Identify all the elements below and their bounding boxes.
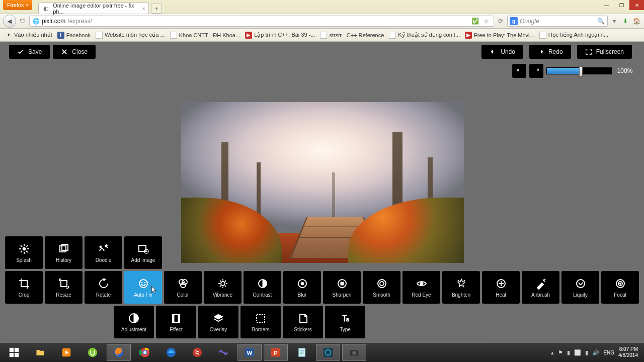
bookmark-label: Kỹ thuật sử dụng con t... bbox=[398, 32, 460, 38]
svg-point-12 bbox=[181, 283, 186, 288]
tool-rotate[interactable]: Rotate bbox=[85, 271, 122, 304]
bookmark-item[interactable]: Học tiếng Anh ngoại n... bbox=[537, 31, 610, 40]
tool-type[interactable]: TaType bbox=[325, 306, 365, 338]
tray-network-icon[interactable]: ⬜ bbox=[574, 349, 581, 356]
reload-button[interactable]: ⟳ bbox=[496, 17, 505, 26]
tool-sharpen[interactable]: Sharpen bbox=[323, 271, 361, 304]
tool-history[interactable]: History bbox=[45, 236, 83, 269]
tool-airbrush[interactable]: Airbrush bbox=[522, 271, 559, 304]
bookmark-item[interactable]: fFacebook bbox=[55, 31, 93, 40]
fullscreen-button[interactable]: Fullscreen bbox=[577, 45, 632, 59]
taskbar-media[interactable] bbox=[54, 344, 78, 361]
tool-smooth[interactable]: Smooth bbox=[363, 271, 400, 304]
blur-icon bbox=[296, 277, 309, 290]
firefox-menu-button[interactable]: Firefox bbox=[3, 0, 32, 10]
tool-label: Borders bbox=[252, 327, 269, 332]
home-button[interactable]: 🏠 bbox=[632, 17, 641, 26]
tool-borders[interactable]: Borders bbox=[240, 306, 281, 338]
taskbar-firefox[interactable] bbox=[107, 344, 131, 361]
taskbar-app2[interactable] bbox=[211, 344, 235, 361]
addon-dropdown-icon[interactable]: ▾ bbox=[610, 17, 619, 26]
tool-vibrance[interactable]: Vibrance bbox=[204, 271, 242, 304]
tray-wifi-icon[interactable]: ▮ bbox=[585, 349, 588, 356]
bookmark-item[interactable]: Website môn học của ... bbox=[94, 31, 167, 40]
bookmark-item[interactable]: ▶Free to Play: The Movi... bbox=[463, 31, 536, 40]
tray-date: 4/8/2014 bbox=[618, 352, 638, 358]
svg-text:P: P bbox=[274, 350, 277, 356]
taskbar-camera[interactable] bbox=[342, 344, 366, 361]
taskbar-word[interactable]: W bbox=[237, 344, 262, 361]
tool-effect[interactable]: Effect bbox=[156, 306, 196, 338]
back-button[interactable]: ◄ bbox=[3, 15, 16, 28]
search-icon[interactable]: 🔍 bbox=[596, 17, 605, 26]
tool-red-eye[interactable]: Red Eye bbox=[403, 271, 440, 304]
fit-screen-button[interactable] bbox=[512, 64, 526, 78]
bookmark-item[interactable]: ✦Vào nhiều nhất bbox=[3, 31, 54, 40]
google-icon: g bbox=[510, 17, 518, 25]
tool-label: Splash bbox=[16, 257, 32, 263]
url-input[interactable]: 🌐 pixlr.com/express/ ✅ ☆ bbox=[29, 16, 494, 27]
undo-button[interactable]: Undo bbox=[481, 45, 523, 59]
taskbar-powerpoint[interactable]: P bbox=[264, 344, 288, 361]
bookmark-label: Free to Play: The Movi... bbox=[474, 32, 534, 38]
tray-clock[interactable]: 8:07 PM 4/8/2014 bbox=[618, 346, 638, 358]
taskbar-notepad[interactable] bbox=[290, 344, 314, 361]
windows-taskbar: W P ▴ ⚑ ▮ ⬜ ▮ 🔊 ENG 8:07 PM 4/8/2014 bbox=[0, 343, 644, 362]
image-canvas[interactable] bbox=[181, 102, 464, 263]
new-tab-button[interactable]: + bbox=[151, 4, 162, 14]
tray-flag-icon[interactable]: ⚑ bbox=[558, 349, 563, 356]
tool-overlay[interactable]: Overlay bbox=[198, 306, 238, 338]
tool-adjustment[interactable]: Adjustment bbox=[114, 306, 154, 338]
close-button[interactable]: Close bbox=[53, 45, 96, 59]
tray-chevron-icon[interactable]: ▴ bbox=[551, 349, 554, 356]
svg-point-25 bbox=[544, 279, 545, 280]
tool-liquify[interactable]: Liquify bbox=[561, 271, 599, 304]
type-icon: Ta bbox=[339, 312, 352, 325]
tool-contrast[interactable]: Contrast bbox=[244, 271, 281, 304]
tool-color[interactable]: Color bbox=[164, 271, 202, 304]
tool-resize[interactable]: Resize bbox=[45, 271, 83, 304]
tab-close-icon[interactable]: × bbox=[142, 6, 145, 12]
borders-icon bbox=[254, 312, 267, 325]
bookmark-item[interactable]: ▶Lập trình C++: Bài 39 -... bbox=[243, 31, 317, 40]
smooth-icon bbox=[375, 277, 388, 290]
tool-heal[interactable]: Heal bbox=[482, 271, 520, 304]
bookmark-star-icon[interactable]: ☆ bbox=[481, 17, 491, 26]
maximize-button[interactable]: ❐ bbox=[614, 0, 629, 10]
tool-splash[interactable]: Splash bbox=[5, 236, 43, 269]
taskbar-explorer[interactable] bbox=[28, 344, 52, 361]
tray-language[interactable]: ENG bbox=[603, 350, 614, 355]
tool-blur[interactable]: Blur bbox=[283, 271, 321, 304]
download-icon[interactable]: ⬇ bbox=[621, 17, 630, 26]
taskbar-chrome[interactable] bbox=[133, 344, 157, 361]
actual-size-button[interactable] bbox=[529, 64, 543, 78]
taskbar-ie[interactable] bbox=[159, 344, 183, 361]
browser-tab[interactable]: ◐ Online image editor pixlr free - fix p… bbox=[38, 3, 149, 14]
taskbar-camtasia[interactable] bbox=[316, 344, 340, 361]
minimize-button[interactable]: — bbox=[599, 0, 614, 10]
tool-focal[interactable]: Focal bbox=[601, 271, 639, 304]
svg-point-21 bbox=[420, 282, 423, 285]
tray-battery-icon[interactable]: ▮ bbox=[567, 349, 570, 356]
tool-stickers[interactable]: Stickers bbox=[283, 306, 323, 338]
taskbar-utorrent[interactable] bbox=[80, 344, 105, 361]
start-button[interactable] bbox=[2, 344, 26, 361]
taskbar-app1[interactable] bbox=[185, 344, 209, 361]
window-close-button[interactable]: ✕ bbox=[629, 0, 644, 10]
save-button[interactable]: Save bbox=[9, 45, 50, 59]
zoom-slider-thumb[interactable] bbox=[579, 66, 583, 76]
tool-doodle[interactable]: Doodle bbox=[85, 236, 122, 269]
bookmark-item[interactable]: Kỹ thuật sử dụng con t... bbox=[387, 31, 462, 40]
search-input[interactable]: g Google 🔍 bbox=[507, 16, 608, 27]
bookmark-item[interactable]: Khoa CNTT - ĐH Khoa... bbox=[168, 31, 242, 40]
tray-volume-icon[interactable]: 🔊 bbox=[592, 349, 599, 356]
zoom-slider[interactable] bbox=[546, 67, 612, 74]
bookmark-item[interactable]: strstr - C++ Reference bbox=[318, 31, 386, 40]
redo-button[interactable]: Redo bbox=[529, 45, 571, 59]
crop-icon bbox=[18, 277, 31, 290]
focal-icon bbox=[614, 277, 627, 290]
tool-brighten[interactable]: Brighten bbox=[442, 271, 480, 304]
tool-add-image[interactable]: Add image bbox=[124, 236, 162, 269]
tool-auto-fix[interactable]: Auto Fix bbox=[124, 271, 162, 304]
tool-crop[interactable]: Crop bbox=[5, 271, 43, 304]
